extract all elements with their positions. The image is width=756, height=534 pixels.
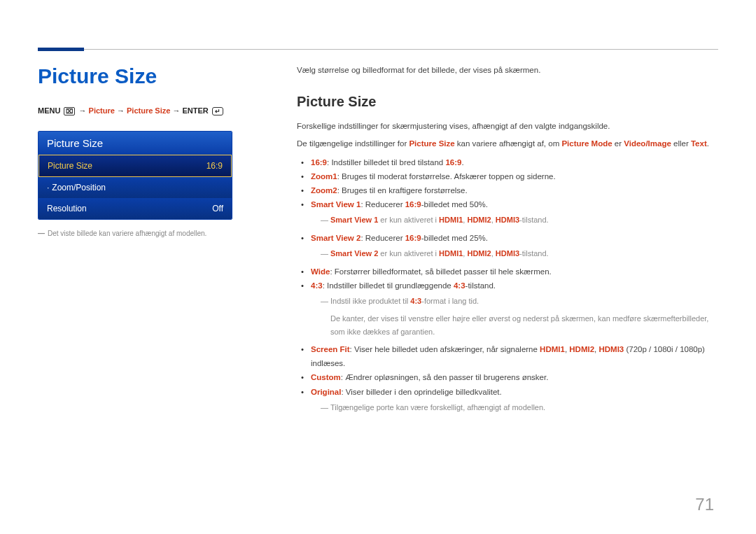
subnote-smartview2: Smart View 2 er kun aktiveret i HDMI1, H… xyxy=(321,247,718,260)
osd-header: Picture Size xyxy=(38,132,232,155)
subnote-ports: Tilgængelige porte kan være forskelligt,… xyxy=(321,401,718,414)
bullet-smartview2: Smart View 2: Reducerer 16:9-billedet me… xyxy=(301,231,718,260)
bullet-wide: Wide: Forstørrer billedformatet, så bill… xyxy=(301,265,718,279)
section-heading: Picture Size xyxy=(297,94,718,110)
arrow: → xyxy=(117,106,127,115)
intro-text: Vælg størrelse og billedformat for det b… xyxy=(297,64,718,77)
enter-label: ENTER xyxy=(182,106,208,115)
osd-row-label: Picture Size xyxy=(48,161,92,171)
osd-row-zoom-position[interactable]: ·Zoom/Position xyxy=(38,177,232,198)
bullet-screenfit: Screen Fit: Viser hele billedet uden afs… xyxy=(301,342,718,370)
bullet-list: 16:9: Indstiller billedet til bred tilst… xyxy=(301,155,718,414)
osd-row-picture-size[interactable]: Picture Size 16:9 xyxy=(38,155,232,177)
menu-path: MENU ⌧ → Picture → Picture Size → ENTER … xyxy=(38,106,255,115)
osd-panel: Picture Size Picture Size 16:9 ·Zoom/Pos… xyxy=(38,131,232,220)
osd-row-resolution[interactable]: Resolution Off xyxy=(38,198,232,219)
bullet-4-3: 4:3: Indstiller billedet til grundlæggen… xyxy=(301,279,718,338)
page-number: 71 xyxy=(695,495,714,514)
enter-icon: ↵ xyxy=(212,107,223,115)
bullet-16-9: 16:9: Indstiller billedet til bred tilst… xyxy=(301,155,718,169)
bullet-zoom2: Zoom2: Bruges til en kraftigere forstørr… xyxy=(301,183,718,197)
menu-icon: ⌧ xyxy=(64,107,75,115)
bullet-zoom1: Zoom1: Bruges til moderat forstørrelse. … xyxy=(301,169,718,183)
osd-row-label: Resolution xyxy=(47,204,87,213)
subnote-smartview1: Smart View 1 er kun aktiveret i HDMI1, H… xyxy=(321,213,718,227)
osd-row-value: Off xyxy=(212,204,223,213)
path-picture-size: Picture Size xyxy=(127,106,170,115)
menu-label: MENU xyxy=(38,106,60,115)
header-rule xyxy=(38,49,718,50)
left-footnote: ―Det viste billede kan variere afhængigt… xyxy=(38,230,255,237)
bullet-original: Original: Viser billeder i den oprindeli… xyxy=(301,385,718,414)
subnote-4-3-b: De kanter, der vises til venstre eller h… xyxy=(330,312,718,338)
page-heading: Picture Size xyxy=(38,64,255,88)
arrow: → xyxy=(79,106,89,115)
subnote-4-3-a: Indstil ikke produktet til 4:3-format i … xyxy=(321,295,718,308)
header-rule-accent xyxy=(38,48,84,51)
osd-row-value: 16:9 xyxy=(206,161,223,171)
body-para-2: De tilgængelige indstillinger for Pictur… xyxy=(297,137,718,151)
bullet-smartview1: Smart View 1: Reducerer 16:9-billedet me… xyxy=(301,197,718,227)
bullet-custom: Custom: Ændrer opløsningen, så den passe… xyxy=(301,370,718,384)
osd-row-label: ·Zoom/Position xyxy=(47,183,106,192)
body-para-1: Forskellige indstillinger for skærmjuste… xyxy=(297,120,718,134)
path-picture: Picture xyxy=(89,106,115,115)
arrow: → xyxy=(172,106,182,115)
